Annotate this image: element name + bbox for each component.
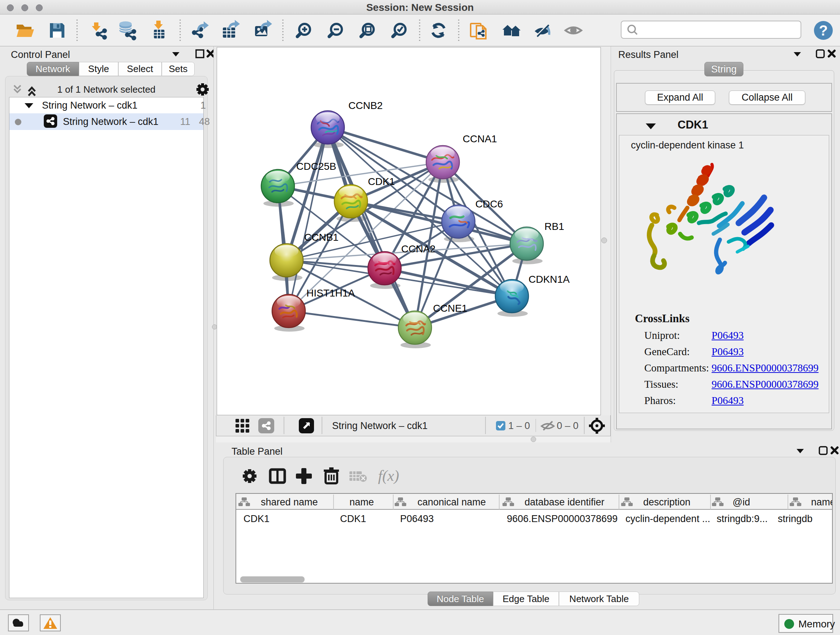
svg-text:0 – 0: 0 – 0 — [557, 420, 578, 431]
svg-text:shared name: shared name — [261, 497, 318, 508]
svg-text:RB1: RB1 — [545, 221, 564, 232]
svg-text:CDK1: CDK1 — [368, 176, 395, 187]
svg-text:HIST1H1A: HIST1H1A — [306, 287, 355, 299]
svg-text:CDKN1A: CDKN1A — [529, 274, 570, 285]
svg-text:stringdb: stringdb — [778, 513, 813, 524]
svg-text:CDC25B: CDC25B — [296, 161, 336, 172]
svg-text:String Network – cdk1: String Network – cdk1 — [332, 420, 428, 431]
svg-text:f(x): f(x) — [378, 467, 399, 485]
svg-text:CCNB2: CCNB2 — [348, 100, 383, 111]
svg-text:CDC6: CDC6 — [475, 198, 503, 210]
svg-text:description: description — [643, 497, 691, 508]
svg-text:1 – 0: 1 – 0 — [508, 420, 530, 431]
svg-text:CCNE1: CCNE1 — [433, 302, 467, 314]
svg-text:CCNA1: CCNA1 — [463, 133, 497, 144]
svg-text:stringdb:9...: stringdb:9... — [717, 513, 767, 524]
svg-text:canonical name: canonical name — [417, 497, 486, 508]
svg-text:CDK1: CDK1 — [243, 513, 270, 524]
svg-text:CCNB1: CCNB1 — [304, 232, 339, 243]
svg-text:CDK1: CDK1 — [340, 513, 366, 524]
svg-text:P06493: P06493 — [400, 513, 434, 524]
svg-text:namespac: namespac — [811, 497, 832, 508]
svg-text:@id: @id — [733, 497, 750, 508]
svg-text:cyclin-dependent ...: cyclin-dependent ... — [625, 513, 710, 524]
svg-text:name: name — [349, 497, 374, 508]
svg-text:9606.ENSP00000378699: 9606.ENSP00000378699 — [507, 513, 617, 524]
svg-text:CCNA2: CCNA2 — [401, 243, 436, 255]
svg-text:?: ? — [819, 22, 828, 38]
svg-text:database identifier: database identifier — [524, 497, 605, 508]
